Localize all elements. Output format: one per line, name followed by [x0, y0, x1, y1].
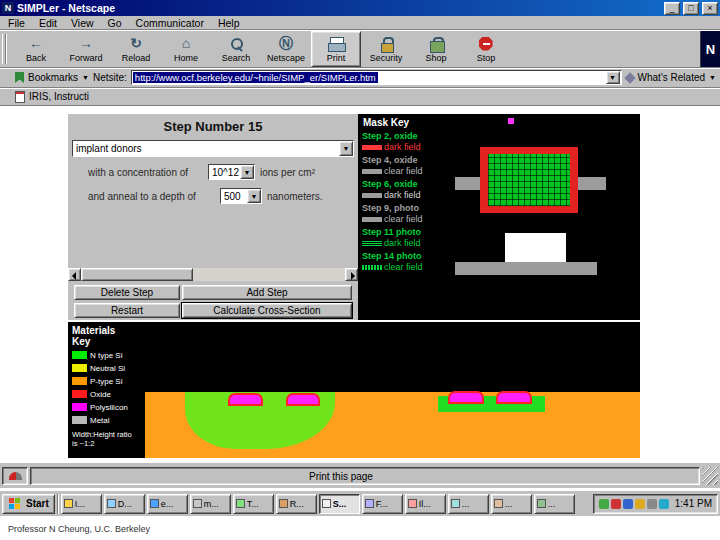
toolbar-button[interactable]: Netscape	[261, 31, 311, 67]
process-action-value: implant donors	[73, 143, 339, 154]
toolbar-button[interactable]: Back	[11, 31, 61, 67]
depth-caret-icon[interactable]: ▼	[247, 189, 261, 203]
taskbar-task-button[interactable]: ...	[491, 494, 532, 514]
mask-key-field-row: dark field	[362, 142, 428, 152]
scroll-right-icon[interactable]	[345, 268, 358, 281]
material-entry: Metal	[72, 415, 145, 425]
url-input[interactable]: http://www.ocf.berkeley.edu/~hnile/SIMP_…	[131, 70, 622, 85]
taskbar-task-button[interactable]: D...	[104, 494, 145, 514]
netscape-throbber-logo[interactable]: N	[700, 31, 720, 67]
menu-item[interactable]: View	[71, 17, 94, 29]
scrollbar-track[interactable]	[81, 268, 345, 281]
taskbar-task-button[interactable]: ...	[534, 494, 575, 514]
taskbar-task-button[interactable]: m...	[190, 494, 231, 514]
title-bar[interactable]: N SIMPLer - Netscape _ □ ×	[0, 0, 720, 16]
tray-icon-5[interactable]	[647, 499, 657, 509]
bookmark-page-icon	[15, 91, 25, 103]
taskbar-task-button[interactable]: F...	[362, 494, 403, 514]
concentration-caret-icon[interactable]: ▼	[240, 165, 254, 179]
scroll-left-icon[interactable]	[68, 268, 81, 281]
toolbar-button-label: Print	[327, 53, 346, 63]
toolbar-button[interactable]: Home	[161, 31, 211, 67]
bookmarks-menu[interactable]: Bookmarks	[28, 72, 78, 83]
process-action-caret-icon[interactable]: ▼	[339, 141, 353, 156]
depth-value: 500	[221, 191, 247, 202]
taskbar-task-button[interactable]: Il...	[405, 494, 446, 514]
menu-item[interactable]: Communicator	[136, 17, 204, 29]
task-app-icon	[494, 499, 503, 508]
task-label: ...	[505, 499, 513, 509]
status-message-field: Print this page	[30, 467, 700, 485]
material-swatch	[72, 390, 87, 398]
taskbar-task-button[interactable]: R...	[276, 494, 317, 514]
window-title: SIMPLer - Netscape	[17, 2, 661, 14]
start-button[interactable]: Start	[2, 494, 55, 514]
mask-clear-region	[505, 233, 566, 263]
taskbar-task-button[interactable]: I...	[61, 494, 102, 514]
mask-metal-bar-bottom	[455, 262, 597, 275]
security-status-box	[2, 467, 28, 485]
tray-icon-2[interactable]	[611, 499, 621, 509]
toolbar-button-label: Reload	[122, 53, 151, 63]
url-dropdown-button[interactable]: ▼	[606, 71, 620, 84]
calculate-cross-section-button[interactable]: Calculate Cross-Section	[182, 303, 352, 318]
concentration-unit-label: ions per cm²	[260, 167, 315, 178]
task-label: F...	[376, 499, 388, 509]
toolbar-button[interactable]: Security	[361, 31, 411, 67]
tray-icon-1[interactable]	[599, 499, 609, 509]
toolbar-button-label: Security	[370, 53, 403, 63]
menu-item[interactable]: Go	[108, 17, 122, 29]
concentration-label: with a concentration of	[88, 167, 188, 178]
menu-item[interactable]: File	[8, 17, 25, 29]
close-button[interactable]: ×	[702, 2, 718, 15]
step-scrollbar[interactable]	[68, 268, 358, 281]
status-bar: Print this page	[0, 462, 720, 488]
concentration-select[interactable]: 10^12 ▼	[208, 164, 255, 180]
mask-cursor-dot	[508, 118, 514, 124]
taskbar-task-button[interactable]: T...	[233, 494, 274, 514]
toolbar-button[interactable]: Stop	[461, 31, 511, 67]
taskbar-task-button[interactable]: S...	[319, 494, 360, 514]
delete-step-button[interactable]: Delete Step	[74, 285, 180, 300]
taskbar-task-button[interactable]: e...	[147, 494, 188, 514]
toolbar-button[interactable]: Reload	[111, 31, 161, 67]
toolbar-button[interactable]: Print	[311, 31, 361, 67]
taskbar-task-button[interactable]: ...	[448, 494, 489, 514]
personal-bookmark-link[interactable]: IRIS, Instructi	[29, 91, 89, 102]
maximize-button[interactable]: □	[683, 2, 699, 15]
restart-button[interactable]: Restart	[74, 303, 180, 318]
task-app-icon	[451, 499, 460, 508]
mask-key-field-label: clear field	[384, 262, 423, 272]
task-label: Il...	[419, 499, 431, 509]
toolbar-button-label: Stop	[477, 53, 496, 63]
page-content: Step Number 15 implant donors ▼ with a c…	[0, 106, 720, 462]
mask-key-entry: Step 4, oxide clear field	[362, 155, 428, 179]
whats-related-button[interactable]: What's Related	[638, 72, 706, 83]
mask-key-swatch	[362, 169, 382, 174]
add-step-button[interactable]: Add Step	[182, 285, 352, 300]
mask-key-field-label: dark field	[384, 238, 421, 248]
toolbar-button-label: Forward	[69, 53, 102, 63]
menu-item[interactable]: Edit	[39, 17, 57, 29]
tray-icon-6[interactable]	[659, 499, 669, 509]
toolbar-button-list: Back Forward Reload Home	[11, 31, 700, 67]
resize-grip[interactable]	[702, 467, 718, 485]
minimize-button[interactable]: _	[664, 2, 680, 15]
mask-key-field-row: dark field	[362, 190, 428, 200]
tray-icon-4[interactable]	[635, 499, 645, 509]
task-app-icon	[365, 499, 374, 508]
toolbar-button[interactable]: Forward	[61, 31, 111, 67]
toolbar-button[interactable]: Shop	[411, 31, 461, 67]
mask-key-list: Step 2, oxide dark field Step 4, oxide	[362, 131, 428, 275]
toolbar-button[interactable]: Search	[211, 31, 261, 67]
scrollbar-thumb[interactable]	[81, 268, 193, 281]
depth-select[interactable]: 500 ▼	[220, 188, 262, 204]
task-label: S...	[333, 499, 347, 509]
netscape-icon	[278, 36, 295, 52]
menu-item[interactable]: Help	[218, 17, 240, 29]
task-label: ...	[462, 499, 470, 509]
toolbar-grip[interactable]	[2, 34, 9, 64]
material-label: N type Si	[90, 351, 122, 360]
tray-icon-3[interactable]	[623, 499, 633, 509]
process-action-select[interactable]: implant donors ▼	[72, 140, 354, 157]
